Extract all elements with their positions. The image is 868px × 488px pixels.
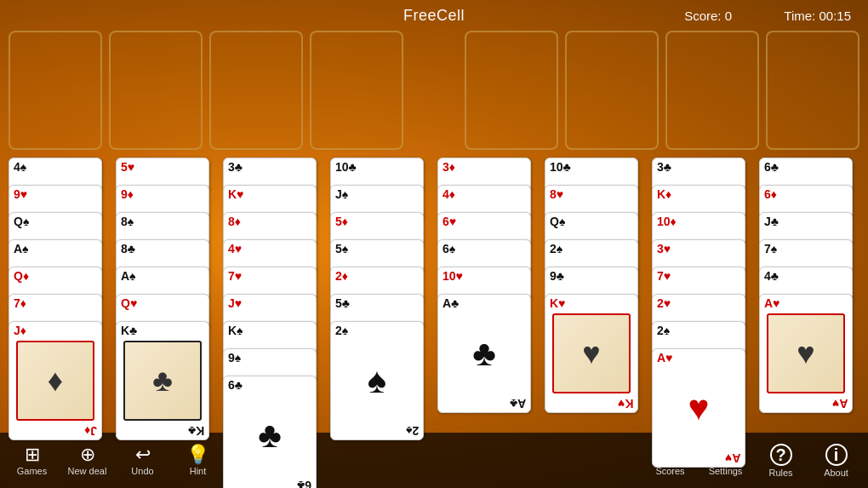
time-display: Time: 00:15 [784, 9, 851, 23]
time-label: Time: [784, 9, 819, 23]
game-header: FreeCell Score: 0 Time: 00:15 [0, 0, 868, 31]
rules-icon: ? [770, 444, 792, 466]
tableau-column-4[interactable]: 10♣J♠5♦5♠2♦5♣2♠♠2♠ [330, 158, 431, 449]
hint-icon: 💡 [186, 445, 209, 464]
games-icon: ⊞ [25, 445, 40, 464]
score-value: 0 [725, 9, 732, 23]
table-row[interactable]: K♣♣K♣ [116, 321, 209, 440]
table-row[interactable]: 2♠♠2♠ [330, 321, 424, 440]
free-cell-2[interactable] [109, 31, 203, 150]
score-label: Score: [684, 9, 725, 23]
games-label: Games [17, 466, 47, 476]
tableau-column-5[interactable]: 3♦4♦6♥6♠10♥A♣♣A♣ [437, 158, 538, 430]
toolbar-left: ⊞ Games ⊕ New deal ↩ Undo 💡 Hint [4, 433, 226, 488]
foundation-2[interactable] [565, 31, 659, 150]
tableau-column-2[interactable]: 5♥9♦8♠8♣A♠Q♥K♣♣K♣ [116, 158, 216, 449]
rules-label: Rules [768, 468, 792, 478]
new-deal-button[interactable]: ⊕ New deal [60, 433, 115, 488]
hint-button[interactable]: 💡 Hint [170, 433, 226, 488]
free-cell-4[interactable] [310, 31, 403, 150]
new-deal-icon: ⊕ [80, 445, 95, 464]
undo-label: Undo [131, 466, 153, 476]
tableau-column-3[interactable]: 3♣K♥8♦4♥7♥J♥K♠9♠6♣♣6♣ [223, 158, 323, 488]
undo-icon: ↩ [135, 445, 151, 464]
foundation-4[interactable] [766, 31, 859, 150]
hint-label: Hint [190, 466, 207, 476]
score-display: Score: 0 [684, 9, 732, 23]
table-row[interactable]: A♥♥A♥ [652, 348, 745, 468]
table-row[interactable]: J♦♦J♦ [9, 321, 102, 440]
table-row[interactable]: 6♣♣6♣ [223, 376, 317, 488]
tableau-column-1[interactable]: 4♠9♥Q♠A♠Q♦7♦J♦♦J♦ [9, 158, 109, 449]
about-button[interactable]: i About [808, 433, 864, 488]
undo-button[interactable]: ↩ Undo [115, 433, 170, 488]
free-cell-1[interactable] [9, 31, 102, 150]
free-cell-3[interactable] [209, 31, 303, 150]
free-cells [9, 31, 403, 150]
table-row[interactable]: A♣♣A♣ [437, 294, 531, 413]
about-icon: i [825, 444, 848, 466]
rules-button[interactable]: ? Rules [753, 433, 808, 488]
games-button[interactable]: ⊞ Games [4, 433, 60, 488]
new-deal-label: New deal [68, 466, 107, 476]
time-value: 00:15 [819, 9, 851, 23]
tableau-column-6[interactable]: 10♣8♥Q♠2♠9♣K♥♥K♥ [545, 158, 645, 430]
table-row[interactable]: A♥♥A♥ [759, 294, 853, 413]
about-label: About [824, 468, 848, 478]
foundation-1[interactable] [465, 31, 558, 150]
table-row[interactable]: K♥♥K♥ [545, 294, 638, 413]
tableau-column-8[interactable]: 6♣6♦J♣7♠4♣A♥♥A♥ [759, 158, 859, 430]
foundations [465, 31, 859, 150]
foundation-3[interactable] [665, 31, 759, 150]
game-title: FreeCell [403, 7, 465, 25]
tableau-column-7[interactable]: 3♣K♦10♦3♥7♥2♥2♠A♥♥A♥ [652, 158, 752, 476]
